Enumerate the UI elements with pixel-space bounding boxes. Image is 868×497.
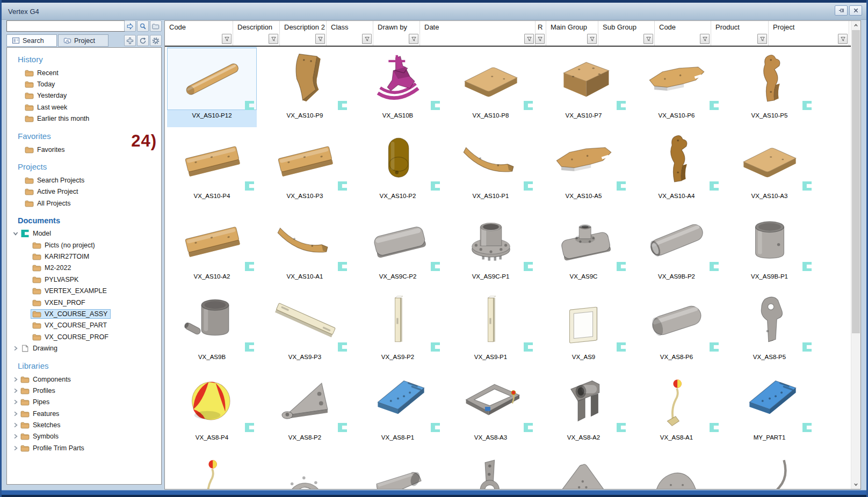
column-header[interactable]: Sub Group <box>598 21 655 46</box>
column-header[interactable]: Drawn by <box>373 21 420 46</box>
tree-item-model[interactable]: Model <box>7 228 161 239</box>
filter-button[interactable] <box>222 34 232 44</box>
tree-item-pylvaspk[interactable]: PYLVASPK <box>7 274 161 285</box>
part-cell[interactable]: VX_AS9-P2 <box>353 288 443 369</box>
column-header[interactable]: Class <box>327 21 373 46</box>
part-cell[interactable]: VX_AS10-A3 <box>725 127 814 208</box>
chevron-down-icon[interactable] <box>12 230 19 237</box>
tree-item-pipes[interactable]: Pipes <box>7 397 161 408</box>
tree-item-vxen-prof[interactable]: VXEN_PROF <box>7 297 161 308</box>
column-header[interactable]: Project <box>769 21 849 46</box>
vertical-scrollbar[interactable] <box>851 21 860 489</box>
chevron-right-icon[interactable] <box>12 388 19 394</box>
part-cell[interactable]: VX_AS10-P8 <box>446 47 536 127</box>
filter-button[interactable] <box>362 34 372 44</box>
part-cell[interactable]: VX_AS10-A1 <box>260 208 350 288</box>
chevron-right-icon[interactable] <box>12 411 19 417</box>
settings-button[interactable] <box>150 35 162 46</box>
tree-item-picts-no-project-[interactable]: Picts (no project) <box>7 239 161 251</box>
add-button[interactable] <box>124 35 136 46</box>
chevron-right-icon[interactable] <box>12 345 19 352</box>
part-cell[interactable]: VX_AS8-P4 <box>167 369 257 449</box>
filter-button[interactable] <box>409 34 418 44</box>
column-header[interactable]: Product <box>711 21 769 46</box>
filter-button[interactable] <box>757 34 767 44</box>
part-cell[interactable]: VX_AS8-A2 <box>539 369 628 449</box>
filter-button[interactable] <box>269 34 278 44</box>
part-cell[interactable]: VX_AS8-A1 <box>632 369 721 449</box>
filter-button[interactable] <box>838 34 848 44</box>
filter-button[interactable] <box>315 34 325 44</box>
tree-item-search-projects[interactable]: Search Projects <box>7 174 161 186</box>
part-cell[interactable]: VX_AS9B-P2 <box>632 208 721 288</box>
column-header[interactable]: Code <box>165 21 233 46</box>
tree-item-recent[interactable]: Recent <box>7 67 161 78</box>
filter-button[interactable] <box>587 34 597 44</box>
part-cell[interactable] <box>539 449 628 489</box>
open-folder-button[interactable] <box>150 20 162 32</box>
part-cell[interactable]: VX_AS8-P2 <box>260 369 350 449</box>
tab-search[interactable]: Search <box>6 34 57 47</box>
tree-item-components[interactable]: Components <box>7 374 161 385</box>
part-cell[interactable]: VX_AS10-A4 <box>632 127 721 208</box>
part-cell[interactable] <box>167 449 257 489</box>
part-cell[interactable]: VX_AS9-P3 <box>260 288 350 369</box>
refresh-button[interactable] <box>137 35 149 46</box>
part-cell[interactable]: VX_AS9C <box>539 208 628 288</box>
part-cell[interactable]: VX_AS9-P1 <box>446 288 536 369</box>
column-header[interactable]: Description <box>233 21 280 46</box>
part-cell[interactable]: VX_AS10-P12 <box>167 47 257 127</box>
column-header[interactable]: R <box>536 21 546 46</box>
tree-item-symbols[interactable]: Symbols <box>7 431 161 442</box>
column-header[interactable]: Description 2 <box>280 21 327 46</box>
scroll-up-button[interactable] <box>851 21 860 30</box>
part-cell[interactable]: VX_AS10-P6 <box>632 47 721 127</box>
filter-button[interactable] <box>700 34 710 44</box>
scroll-down-button[interactable] <box>851 480 860 489</box>
part-cell[interactable]: VX_AS8-P5 <box>725 288 814 369</box>
part-cell[interactable] <box>260 449 350 489</box>
tree-item-yesterday[interactable]: Yesterday <box>7 90 161 101</box>
go-button[interactable] <box>124 20 136 32</box>
tree-item-today[interactable]: Today <box>7 78 161 90</box>
tree-item-active-project[interactable]: Active Project <box>7 186 161 198</box>
tree-item-drawing[interactable]: Drawing <box>7 342 161 354</box>
tree-item-last-week[interactable]: Last week <box>7 101 161 113</box>
part-cell[interactable]: MY_PART1 <box>725 369 814 449</box>
part-cell[interactable]: VX_AS8-P1 <box>353 369 443 449</box>
close-button[interactable] <box>849 5 862 16</box>
part-cell[interactable]: VX_AS9B <box>167 288 257 369</box>
column-header[interactable]: Date <box>420 21 536 46</box>
pin-button[interactable] <box>835 5 848 16</box>
tree-item-karir27toim[interactable]: KARIR27TOIM <box>7 251 161 262</box>
chevron-right-icon[interactable] <box>12 376 19 383</box>
part-cell[interactable]: VX_AS9C-P1 <box>446 208 536 288</box>
part-cell[interactable]: VX_AS10-P9 <box>260 47 350 127</box>
column-header[interactable]: Main Group <box>546 21 598 46</box>
part-cell[interactable] <box>725 449 814 489</box>
part-cell[interactable]: VX_AS10-A5 <box>539 127 628 208</box>
chevron-right-icon[interactable] <box>12 399 19 405</box>
part-cell[interactable] <box>446 449 536 489</box>
tree-item-features[interactable]: Features <box>7 408 161 419</box>
tree-item-vx-course-assy[interactable]: VX_COURSE_ASSY <box>7 308 161 319</box>
scrollbar-thumb[interactable] <box>852 30 860 333</box>
search-button[interactable] <box>137 20 149 32</box>
tree-item-profile-trim-parts[interactable]: Profile Trim Parts <box>7 442 161 454</box>
tab-project[interactable]: Project <box>58 34 108 47</box>
filter-button[interactable] <box>535 34 545 44</box>
chevron-right-icon[interactable] <box>12 445 19 451</box>
chevron-right-icon[interactable] <box>12 422 19 428</box>
part-cell[interactable]: VX_AS10-P4 <box>167 127 257 208</box>
tree-item-profiles[interactable]: Profiles <box>7 385 161 396</box>
tree-item-vertex-example[interactable]: VERTEX_EXAMPLE <box>7 285 161 296</box>
part-cell[interactable] <box>632 449 721 489</box>
column-header[interactable]: Code <box>655 21 711 46</box>
part-cell[interactable]: VX_AS8-A3 <box>446 369 536 449</box>
part-cell[interactable]: VX_AS10-P1 <box>446 127 536 208</box>
tree-item-vx-course-prof[interactable]: VX_COURSE_PROF <box>7 331 161 342</box>
tree-item-vx-course-part[interactable]: VX_COURSE_PART <box>7 320 161 331</box>
part-cell[interactable]: VX_AS8-P6 <box>632 288 721 369</box>
part-cell[interactable]: VX_AS9B-P1 <box>725 208 814 288</box>
filter-button[interactable] <box>524 34 534 44</box>
